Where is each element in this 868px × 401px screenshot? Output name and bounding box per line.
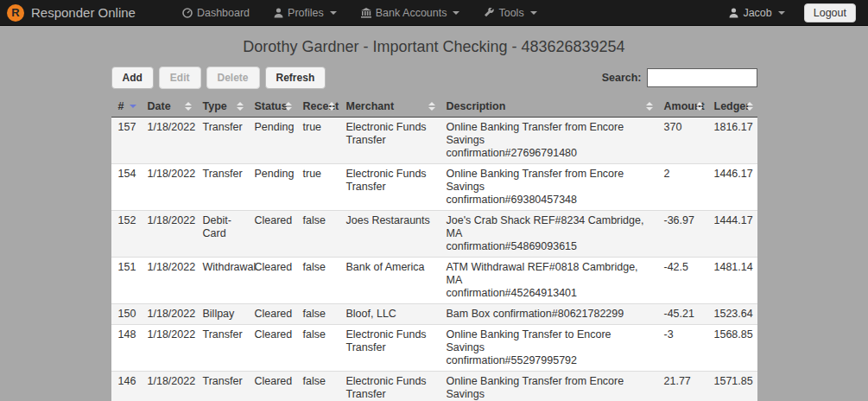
column-header-num[interactable]: # <box>111 96 141 118</box>
table-row[interactable]: 1541/18/2022TransferPendingtrueElectroni… <box>111 164 757 211</box>
cell-ledger: 1571.85 <box>707 372 757 401</box>
refresh-button[interactable]: Refresh <box>265 67 326 89</box>
sort-icon <box>646 102 653 111</box>
cell-ledger: 1816.17 <box>707 118 757 164</box>
toolbar: Add Edit Delete Refresh Search: <box>111 67 757 89</box>
sort-icon <box>285 102 292 111</box>
brand[interactable]: R Responder Online <box>7 4 136 22</box>
cell-date: 1/18/2022 <box>141 325 196 372</box>
search-box: Search: <box>602 68 757 87</box>
cell-type: Transfer <box>196 164 248 211</box>
cell-type: Billpay <box>196 304 248 325</box>
cell-num: 154 <box>111 164 141 211</box>
cell-date: 1/18/2022 <box>141 211 196 258</box>
cell-description: Online Banking Transfer from Encore Savi… <box>440 164 657 211</box>
cell-type: Debit-Card <box>196 211 248 258</box>
cell-amount: -3 <box>657 325 707 372</box>
cell-ledger: 1446.17 <box>707 164 757 211</box>
sort-icon <box>237 102 244 111</box>
cell-merchant: Electronic Funds Transfer <box>339 325 440 372</box>
logout-button[interactable]: Logout <box>804 3 856 22</box>
cell-amount: 370 <box>657 118 707 164</box>
cell-status: Cleared <box>248 325 296 372</box>
sort-icon <box>185 102 192 111</box>
add-button[interactable]: Add <box>111 67 154 89</box>
table-header-row: # Date Type Status Recent <box>111 96 757 118</box>
cell-type: Withdrawal <box>196 258 248 304</box>
sort-icon <box>428 102 435 111</box>
cell-merchant: Electronic Funds Transfer <box>339 372 440 401</box>
column-header-date[interactable]: Date <box>141 96 196 118</box>
cell-status: Pending <box>248 118 296 164</box>
cell-status: Pending <box>248 164 296 211</box>
nav-item-bank-accounts[interactable]: Bank Accounts <box>349 0 472 26</box>
column-header-description[interactable]: Description <box>440 96 657 118</box>
cell-status: Cleared <box>248 304 296 325</box>
nav-item-label: Bank Accounts <box>376 7 447 19</box>
search-label: Search: <box>602 72 642 84</box>
cell-num: 150 <box>111 304 141 325</box>
page-title: Dorothy Gardner - Important Checking - 4… <box>111 38 757 56</box>
logo-icon: R <box>7 4 24 22</box>
cell-description: Online Banking Transfer to Encore Saving… <box>440 325 657 372</box>
chevron-down-icon <box>330 11 337 15</box>
delete-button: Delete <box>206 67 260 89</box>
cell-type: Transfer <box>196 118 248 164</box>
cell-merchant: Electronic Funds Transfer <box>339 164 440 211</box>
chevron-down-icon <box>453 11 459 15</box>
cell-date: 1/18/2022 <box>141 372 196 401</box>
sort-icon <box>696 102 703 111</box>
table-row[interactable]: 1521/18/2022Debit-CardClearedfalseJoes R… <box>111 211 757 258</box>
wrench-icon <box>484 8 494 18</box>
cell-recent: true <box>296 118 339 164</box>
nav-item-dashboard[interactable]: Dashboard <box>170 0 262 26</box>
search-input[interactable] <box>647 68 757 87</box>
column-header-merchant[interactable]: Merchant <box>339 96 440 118</box>
nav-item-tools[interactable]: Tools <box>472 0 548 26</box>
column-header-status[interactable]: Status <box>248 96 296 118</box>
cell-num: 151 <box>111 258 141 304</box>
cell-amount: -45.21 <box>657 304 707 325</box>
column-header-amount[interactable]: Amount <box>657 96 707 118</box>
cell-status: Cleared <box>248 211 296 258</box>
cell-recent: false <box>296 304 339 325</box>
chevron-down-icon <box>530 11 537 15</box>
cell-merchant: Bank of America <box>339 258 440 304</box>
user-icon <box>729 8 738 18</box>
cell-amount: -42.5 <box>657 258 707 304</box>
user-menu[interactable]: Jacob <box>720 7 793 19</box>
cell-num: 148 <box>111 325 141 372</box>
cell-recent: false <box>296 325 339 372</box>
nav-item-profiles[interactable]: Profiles <box>262 0 349 26</box>
sort-icon <box>746 102 753 111</box>
nav-item-label: Profiles <box>288 7 324 19</box>
nav-items: Dashboard Profiles Bank Accounts Tools <box>170 0 549 26</box>
cell-merchant: Bloof, LLC <box>339 304 440 325</box>
table-row[interactable]: 1511/18/2022WithdrawalClearedfalseBank o… <box>111 258 757 304</box>
cell-date: 1/18/2022 <box>141 304 196 325</box>
cell-date: 1/18/2022 <box>141 118 196 164</box>
navbar: R Responder Online Dashboard Profiles Ba… <box>0 0 868 26</box>
cell-status: Cleared <box>248 372 296 401</box>
column-header-type[interactable]: Type <box>196 96 248 118</box>
bank-icon <box>361 8 371 18</box>
cell-description: ATM Withdrawal REF#0818 Cambridge, MA co… <box>440 258 657 304</box>
cell-date: 1/18/2022 <box>141 164 196 211</box>
cell-ledger: 1523.64 <box>707 304 757 325</box>
table-row[interactable]: 1481/18/2022TransferClearedfalseElectron… <box>111 325 757 372</box>
column-header-recent[interactable]: Recent <box>296 96 339 118</box>
cell-description: Bam Box confirmation#80621782299 <box>440 304 657 325</box>
sort-descending-icon <box>130 105 136 108</box>
brand-label: Responder Online <box>31 5 136 20</box>
dashboard-icon <box>182 8 193 18</box>
transactions-table: # Date Type Status Recent <box>111 96 757 401</box>
column-header-ledger[interactable]: Ledger <box>707 96 757 118</box>
edit-button: Edit <box>159 67 201 89</box>
cell-amount: -36.97 <box>657 211 707 258</box>
table-row[interactable]: 1571/18/2022TransferPendingtrueElectroni… <box>111 118 757 164</box>
cell-recent: true <box>296 164 339 211</box>
table-row[interactable]: 1501/18/2022BillpayClearedfalseBloof, LL… <box>111 304 757 325</box>
cell-description: Online Banking Transfer from Encore Savi… <box>440 118 657 164</box>
table-row[interactable]: 1461/18/2022TransferClearedfalseElectron… <box>111 372 757 401</box>
cell-ledger: 1481.14 <box>707 258 757 304</box>
